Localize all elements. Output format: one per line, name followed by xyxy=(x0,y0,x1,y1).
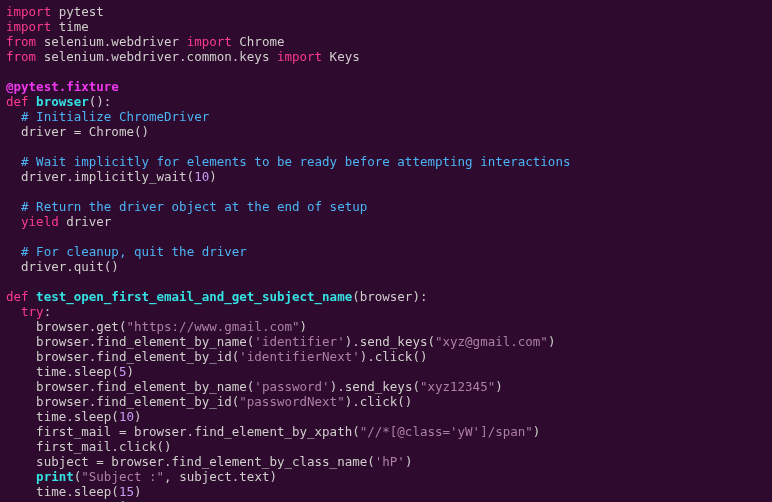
module: Keys xyxy=(322,49,360,64)
indent xyxy=(6,469,36,484)
stmt: time.sleep( xyxy=(6,409,119,424)
string: 'hP' xyxy=(375,454,405,469)
number: 15 xyxy=(119,484,134,499)
indent xyxy=(6,304,21,319)
module: selenium.webdriver.common.keys xyxy=(36,49,277,64)
module: time xyxy=(51,19,89,34)
stmt: browser.find_element_by_id( xyxy=(6,349,239,364)
comment: # Wait implicitly for elements to be rea… xyxy=(21,154,570,169)
kw-import: import xyxy=(277,49,322,64)
stmt: driver.quit() xyxy=(6,259,119,274)
stmt: browser.find_element_by_id( xyxy=(6,394,239,409)
space xyxy=(29,289,37,304)
paren: ) xyxy=(134,409,142,424)
paren: ).click() xyxy=(360,349,428,364)
space xyxy=(29,94,37,109)
string: "//*[@class='yW']/span" xyxy=(360,424,533,439)
paren: ) xyxy=(126,364,134,379)
indent xyxy=(6,199,21,214)
number: 10 xyxy=(194,169,209,184)
stmt: browser.find_element_by_name( xyxy=(6,379,254,394)
kw-from: from xyxy=(6,49,36,64)
string: "passwordNext" xyxy=(239,394,344,409)
comment: # Return the driver object at the end of… xyxy=(21,199,367,214)
indent xyxy=(6,109,21,124)
fn-name: browser xyxy=(36,94,89,109)
paren: ) xyxy=(533,424,541,439)
module: pytest xyxy=(51,4,104,19)
paren: ) xyxy=(405,454,413,469)
paren: ).click() xyxy=(345,394,413,409)
module: selenium.webdriver xyxy=(36,34,187,49)
fn-name: test_open_first_email_and_get_subject_na… xyxy=(36,289,352,304)
string: "Subject :" xyxy=(81,469,164,484)
stmt: first_mail.click() xyxy=(6,439,172,454)
args: , subject.text) xyxy=(164,469,277,484)
comment: # For cleanup, quit the driver xyxy=(21,244,247,259)
ident: driver xyxy=(59,214,112,229)
stmt: time.sleep( xyxy=(6,484,119,499)
comment: # Initialize ChromeDriver xyxy=(21,109,209,124)
indent xyxy=(6,244,21,259)
paren: (browser): xyxy=(352,289,427,304)
kw-import: import xyxy=(187,34,232,49)
paren: ) xyxy=(134,484,142,499)
mid: ).send_keys( xyxy=(330,379,420,394)
string: 'password' xyxy=(254,379,329,394)
kw-yield: yield xyxy=(21,214,59,229)
stmt: browser.find_element_by_name( xyxy=(6,334,254,349)
kw-from: from xyxy=(6,34,36,49)
stmt: driver.implicitly_wait( xyxy=(6,169,194,184)
stmt: browser.get( xyxy=(6,319,126,334)
stmt: subject = browser.find_element_by_class_… xyxy=(6,454,375,469)
decorator: @pytest.fixture xyxy=(6,79,119,94)
paren: ) xyxy=(495,379,503,394)
kw-import: import xyxy=(6,19,51,34)
indent xyxy=(6,214,21,229)
stmt: driver = Chrome() xyxy=(6,124,149,139)
code-block: import pytest import time from selenium.… xyxy=(6,4,766,502)
colon: : xyxy=(44,304,52,319)
string: "xyz12345" xyxy=(420,379,495,394)
stmt: first_mail = browser.find_element_by_xpa… xyxy=(6,424,360,439)
string: "https://www.gmail.com" xyxy=(126,319,299,334)
paren: ) xyxy=(548,334,556,349)
string: "xyz@gmail.com" xyxy=(435,334,548,349)
number: 10 xyxy=(119,409,134,424)
kw-def: def xyxy=(6,94,29,109)
string: 'identifier' xyxy=(254,334,344,349)
builtin-print: print xyxy=(36,469,74,484)
mid: ).send_keys( xyxy=(345,334,435,349)
module: Chrome xyxy=(232,34,285,49)
kw-def: def xyxy=(6,289,29,304)
string: 'identifierNext' xyxy=(239,349,359,364)
kw-try: try xyxy=(21,304,44,319)
paren: ) xyxy=(209,169,217,184)
kw-import: import xyxy=(6,4,51,19)
indent xyxy=(6,154,21,169)
paren: ) xyxy=(300,319,308,334)
paren: (): xyxy=(89,94,112,109)
stmt: time.sleep( xyxy=(6,364,119,379)
